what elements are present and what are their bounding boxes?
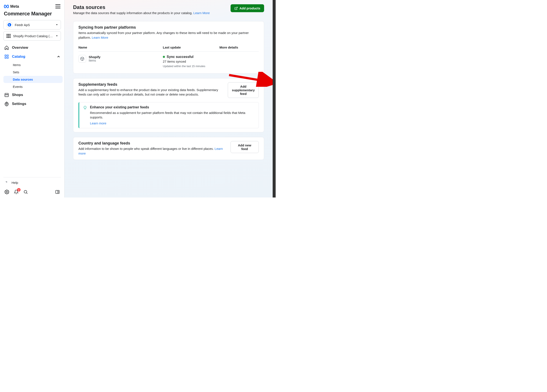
help-link[interactable]: Help xyxy=(3,177,61,188)
add-new-feed-button[interactable]: Add new feed xyxy=(231,141,259,153)
sync-status: Sync successful xyxy=(163,55,219,59)
country-language-feeds-card: Country and language feeds Add informati… xyxy=(73,137,264,160)
col-update-header: Last update xyxy=(163,46,219,49)
account-avatar xyxy=(6,21,13,28)
nav-label: Overview xyxy=(12,46,28,50)
catalog-name: Shopify Product Catalog (78... xyxy=(13,34,53,38)
card-title: Country and language feeds xyxy=(78,141,226,145)
svg-rect-4 xyxy=(7,35,8,37)
svg-rect-5 xyxy=(8,35,9,37)
grid-icon xyxy=(6,34,11,38)
help-label: Help xyxy=(12,181,18,185)
panel-toggle-icon[interactable] xyxy=(55,189,60,194)
brand-text: Meta xyxy=(10,4,19,9)
main: Data sources Manage the data sources tha… xyxy=(65,0,273,198)
box-icon xyxy=(78,55,86,63)
settings-icon[interactable] xyxy=(4,189,9,194)
nav-shops[interactable]: Shops xyxy=(2,90,63,99)
col-details-header: More details xyxy=(219,46,259,49)
nav-sub-sets[interactable]: Sets xyxy=(10,69,63,76)
source-name: Shopify xyxy=(89,55,100,59)
status-dot-icon xyxy=(163,56,165,58)
svg-rect-2 xyxy=(8,34,9,35)
svg-rect-6 xyxy=(10,35,11,37)
notifications-icon[interactable]: 2 xyxy=(14,189,19,194)
add-products-button[interactable]: Add products xyxy=(231,4,264,12)
help-icon xyxy=(4,180,8,185)
source-type: Items xyxy=(89,59,100,62)
home-icon xyxy=(4,45,9,50)
sync-count: 27 items synced xyxy=(163,60,219,63)
shop-icon xyxy=(4,93,9,97)
card-title: Syncing from partner platforms xyxy=(78,25,259,30)
nav-sub-events[interactable]: Events xyxy=(10,83,63,90)
svg-rect-8 xyxy=(8,37,9,38)
col-name-header: Name xyxy=(78,46,163,49)
nav: Overview Catalog Items Sets Data sources… xyxy=(0,43,64,108)
svg-point-16 xyxy=(24,190,27,193)
card-title: Supplementary feeds xyxy=(78,82,224,87)
catalog-icon xyxy=(4,54,9,59)
meta-logo[interactable]: Meta xyxy=(4,4,19,9)
svg-rect-7 xyxy=(7,37,8,38)
learn-more-link[interactable]: Learn More xyxy=(92,36,108,39)
sidebar: Meta Commerce Manager Feedr ApS Shopify … xyxy=(0,0,65,198)
external-link-icon xyxy=(234,7,238,10)
svg-rect-17 xyxy=(56,190,59,194)
sync-updated: Updated within the last 15 minutes xyxy=(163,65,219,68)
svg-rect-11 xyxy=(7,55,8,56)
catalog-selector[interactable]: Shopify Product Catalog (78... xyxy=(3,31,61,41)
nav-sub-items[interactable]: Items xyxy=(10,61,63,69)
nav-label: Shops xyxy=(12,93,23,97)
svg-rect-3 xyxy=(10,34,11,35)
nav-overview[interactable]: Overview xyxy=(2,43,63,52)
app-title: Commerce Manager xyxy=(0,9,64,19)
card-desc: Items automatically synced from your par… xyxy=(78,31,259,40)
add-supplementary-feed-button[interactable]: Add supplementary feed xyxy=(228,82,259,98)
notification-badge: 2 xyxy=(17,188,21,192)
chevron-down-icon xyxy=(55,35,58,37)
learn-more-link[interactable]: Learn More xyxy=(193,11,210,15)
account-name: Feedr ApS xyxy=(15,23,30,27)
meta-logo-icon xyxy=(4,4,9,9)
partner-platforms-card: Syncing from partner platforms Items aut… xyxy=(73,21,264,74)
chevron-up-icon xyxy=(57,55,60,58)
svg-rect-10 xyxy=(5,55,6,56)
page-subtitle: Manage the data sources that supply info… xyxy=(73,11,210,15)
menu-icon[interactable] xyxy=(55,4,61,9)
supplementary-feeds-card: Supplementary feeds Add a supplementary … xyxy=(73,78,264,132)
svg-rect-13 xyxy=(7,57,8,58)
learn-more-link[interactable]: Learn more xyxy=(90,121,255,125)
svg-rect-1 xyxy=(7,34,8,35)
table-row[interactable]: Shopify Items Sync successful 27 items s… xyxy=(78,52,259,69)
nav-label: Catalog xyxy=(12,55,25,59)
scrollbar[interactable] xyxy=(273,0,276,198)
lightbulb-icon xyxy=(83,106,87,125)
account-selector[interactable]: Feedr ApS xyxy=(3,20,61,29)
svg-rect-12 xyxy=(5,57,6,58)
table-header: Name Last update More details xyxy=(78,43,259,52)
card-desc: Add information to be shown to people wh… xyxy=(78,146,226,156)
gear-icon xyxy=(4,102,9,106)
search-icon[interactable] xyxy=(23,189,28,194)
svg-rect-9 xyxy=(10,37,11,38)
info-box: Enhance your existing partner feeds Reco… xyxy=(78,102,259,129)
sidebar-footer: Help 2 xyxy=(3,177,61,198)
chevron-down-icon xyxy=(55,23,58,26)
page-title: Data sources xyxy=(73,4,210,10)
nav-label: Settings xyxy=(12,102,26,106)
card-desc: Add a supplementary feed to enhance the … xyxy=(78,88,224,97)
nav-catalog[interactable]: Catalog xyxy=(2,52,63,61)
svg-point-15 xyxy=(6,191,7,193)
nav-sub-data-sources[interactable]: Data sources xyxy=(3,76,63,83)
info-title: Enhance your existing partner feeds xyxy=(90,105,255,109)
svg-point-14 xyxy=(6,103,7,104)
nav-settings[interactable]: Settings xyxy=(2,99,63,108)
info-desc: Recommended as a supplement for partner … xyxy=(90,110,255,120)
